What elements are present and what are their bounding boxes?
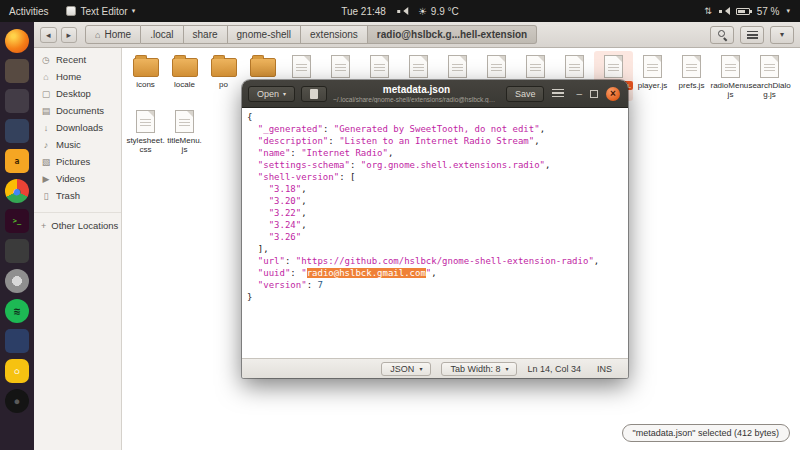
tab-width-label: Tab Width: 8: [450, 364, 500, 374]
view-toggle-button[interactable]: [740, 26, 764, 44]
file-icon: [136, 110, 155, 133]
insert-mode-label: INS: [597, 364, 612, 374]
home-icon: ⌂: [41, 72, 51, 82]
new-document-button[interactable]: [301, 86, 327, 102]
dock-item-app-3-icon[interactable]: [5, 89, 29, 113]
sidebar-item-desktop[interactable]: ▢Desktop: [34, 85, 121, 102]
battery-percent-label: 57 %: [757, 6, 780, 17]
sidebar-item-home[interactable]: ⌂Home: [34, 68, 121, 85]
path-segment-label: Home: [105, 29, 132, 40]
dock-item-terminal-icon[interactable]: >_: [5, 209, 29, 233]
sidebar-item-recent[interactable]: ◷Recent: [34, 51, 121, 68]
close-button[interactable]: ×: [606, 87, 620, 101]
code-line: ],: [247, 243, 623, 255]
sidebar-item-label: Trash: [56, 190, 80, 201]
maximize-button[interactable]: [590, 90, 598, 98]
dock-item-chromium-icon[interactable]: ●: [5, 179, 29, 203]
file-item-stylesheet-css[interactable]: stylesheet.css: [126, 106, 165, 156]
code-line: "url": "https://github.com/hslbck/gnome-…: [247, 255, 623, 267]
search-button[interactable]: [710, 26, 734, 44]
path-segment-gnome-shell[interactable]: gnome-shell: [228, 25, 301, 44]
file-item-po[interactable]: po: [204, 51, 243, 101]
window-menu-button[interactable]: ▾: [770, 26, 794, 44]
back-button[interactable]: ◂: [40, 27, 57, 43]
chevron-down-icon: ▾: [419, 365, 422, 372]
dock-item-settings-icon[interactable]: [5, 269, 29, 293]
weather-icon: ☀: [418, 6, 427, 17]
code-line: }: [247, 291, 623, 303]
code-line: "_generated": "Generated by SweetTooth, …: [247, 123, 623, 135]
code-line: "description": "Listen to an Internet Ra…: [247, 135, 623, 147]
code-line: "shell-version": [: [247, 171, 623, 183]
sidebar-item-label: Downloads: [56, 122, 103, 133]
code-line: "3.18",: [247, 183, 623, 195]
home-icon: ⌂: [95, 30, 100, 40]
weather-indicator[interactable]: ☀ 9.9 °C: [409, 6, 468, 17]
code-line: "3.22",: [247, 207, 623, 219]
hamburger-menu-icon[interactable]: [552, 89, 564, 98]
minimize-button[interactable]: –: [576, 90, 582, 98]
spotify-glyph: ≋: [14, 305, 21, 318]
path-segment-local[interactable]: .local: [141, 25, 183, 44]
dock-item-app-4-icon[interactable]: [5, 119, 29, 143]
editor-text-area[interactable]: { "_generated": "Generated by SweetTooth…: [242, 108, 628, 358]
dock-item-app-11-icon[interactable]: [5, 329, 29, 353]
desktop: Activities Text Editor ▾ Tue 21:48 ☀ 9.9…: [0, 0, 800, 450]
path-segment-radio-hslbck-g-hell-extension[interactable]: radio@hslbck.g...hell-extension: [368, 25, 537, 44]
tab-width-selector[interactable]: Tab Width: 8 ▾: [441, 362, 517, 376]
file-item-locale[interactable]: locale: [165, 51, 204, 101]
dock-item-app-8-icon[interactable]: [5, 239, 29, 263]
dock-item-idea-lamp-icon[interactable]: ○: [5, 359, 29, 383]
system-menu-button[interactable]: ⇅ 57 % ▾: [694, 0, 800, 22]
file-item-label: titleMenu.js: [167, 136, 202, 154]
path-segment-share[interactable]: share: [184, 25, 228, 44]
file-item-radiomenu-js[interactable]: radioMenu.js: [711, 51, 750, 101]
sidebar-item-music[interactable]: ♪Music: [34, 136, 121, 153]
save-button[interactable]: Save: [506, 86, 545, 102]
sidebar-item-trash[interactable]: ▯Trash: [34, 187, 121, 204]
amazon-glyph: a: [15, 157, 20, 166]
app-menu-button[interactable]: Text Editor ▾: [57, 0, 144, 22]
file-item-searchdialog-js[interactable]: searchDialog.js: [750, 51, 789, 101]
path-bar: ⌂Home.localsharegnome-shellextensionsrad…: [85, 25, 537, 44]
sidebar-item-label: Desktop: [56, 88, 91, 99]
path-segment-label: .local: [150, 29, 173, 40]
downloads-icon: ↓: [41, 123, 51, 133]
app-menu-label: Text Editor: [80, 6, 127, 17]
file-item-prefs-js[interactable]: prefs.js: [672, 51, 711, 101]
sidebar-item-documents[interactable]: ▤Documents: [34, 102, 121, 119]
sidebar-item-videos[interactable]: ▶Videos: [34, 170, 121, 187]
videos-icon: ▶: [41, 174, 51, 184]
file-item-icons[interactable]: icons: [126, 51, 165, 101]
temperature-label: 9.9 °C: [431, 6, 459, 17]
activities-button[interactable]: Activities: [0, 0, 57, 22]
code-line: "version": 7: [247, 279, 623, 291]
file-icon: [760, 55, 779, 78]
forward-button[interactable]: ▸: [61, 27, 78, 43]
path-segment-extensions[interactable]: extensions: [301, 25, 368, 44]
language-selector[interactable]: JSON ▾: [381, 362, 431, 376]
file-icon: [604, 55, 623, 78]
editor-status-bar: JSON ▾ Tab Width: 8 ▾ Ln 14, Col 34 INS: [242, 358, 628, 378]
file-item-titlemenu-js[interactable]: titleMenu.js: [165, 106, 204, 156]
path-segment-home[interactable]: ⌂Home: [85, 25, 141, 44]
file-item-player-js[interactable]: player.js: [633, 51, 672, 101]
chevron-down-icon: ▾: [786, 7, 790, 15]
dock-item-app-2-icon[interactable]: [5, 59, 29, 83]
new-document-icon: [310, 89, 318, 99]
sidebar-item-other-locations[interactable]: +Other Locations: [34, 217, 121, 234]
dock-item-camera-icon[interactable]: ●: [5, 389, 29, 413]
dock-item-spotify-icon[interactable]: ≋: [5, 299, 29, 323]
open-button[interactable]: Open ▾: [248, 86, 295, 102]
clock-button[interactable]: Tue 21:48: [332, 6, 395, 17]
dock-item-firefox-icon[interactable]: [5, 29, 29, 53]
sidebar-item-downloads[interactable]: ↓Downloads: [34, 119, 121, 136]
file-item-label: player.js: [638, 81, 667, 90]
sidebar-item-pictures[interactable]: ▧Pictures: [34, 153, 121, 170]
file-icon: [448, 55, 467, 78]
file-item-label: locale: [174, 80, 195, 89]
top-bar: Activities Text Editor ▾ Tue 21:48 ☀ 9.9…: [0, 0, 800, 22]
editor-header-bar[interactable]: Open ▾ metadata.json ~/.local/share/gnom…: [242, 80, 628, 108]
dock-item-amazon-icon[interactable]: a: [5, 149, 29, 173]
file-icon: [526, 55, 545, 78]
